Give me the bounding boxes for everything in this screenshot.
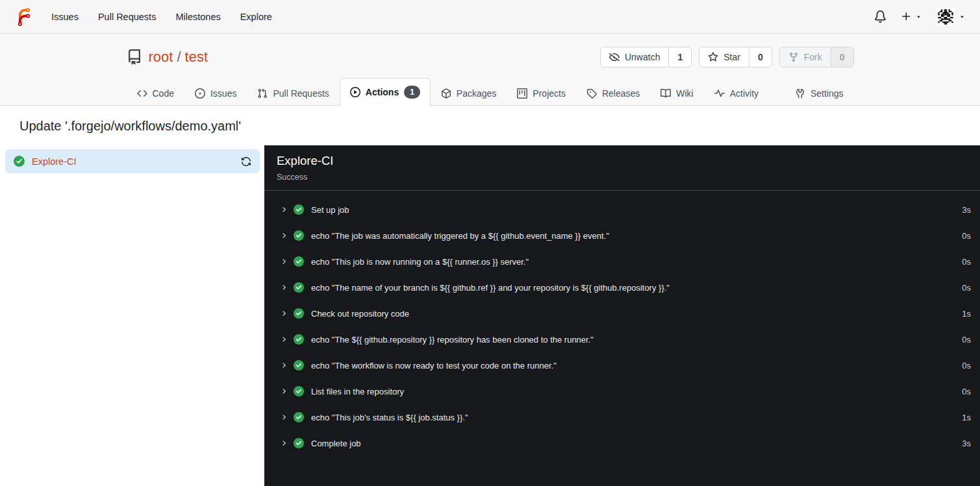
nav-link-pull-requests[interactable]: Pull Requests	[88, 0, 166, 34]
fork-icon	[788, 52, 799, 62]
step-row[interactable]: echo "The workflow is now ready to test …	[264, 352, 980, 378]
nav-link-issues[interactable]: Issues	[42, 0, 88, 34]
chevron-right-icon	[280, 258, 288, 265]
check-circle-icon	[294, 386, 304, 396]
chevron-right-icon	[280, 310, 288, 317]
code-icon	[137, 88, 147, 99]
repo-header: root / test Unwatch 1 Star 0	[0, 34, 980, 106]
step-row[interactable]: echo "The name of your branch is ${{ git…	[264, 274, 980, 300]
user-menu-dropdown[interactable]	[936, 8, 966, 26]
step-row[interactable]: echo "This job's status is ${{ job.statu…	[264, 404, 980, 430]
eye-closed-icon	[609, 52, 620, 62]
step-row[interactable]: echo "The job was automatically triggere…	[264, 223, 980, 249]
step-duration: 0s	[962, 387, 971, 396]
tab-releases[interactable]: Releases	[576, 80, 650, 106]
chevron-right-icon	[280, 232, 288, 239]
notifications-bell-icon[interactable]	[874, 10, 886, 23]
pulse-icon	[714, 88, 725, 99]
step-name: Complete job	[311, 439, 361, 448]
step-row[interactable]: Check out repository code 1s	[264, 300, 980, 326]
tab-wiki[interactable]: Wiki	[650, 80, 703, 106]
step-name: Check out repository code	[311, 309, 409, 319]
tab-settings[interactable]: Settings	[785, 80, 854, 106]
check-circle-icon	[294, 230, 304, 241]
tab-issues[interactable]: Issues	[184, 80, 247, 106]
step-name: List files in the repository	[311, 387, 404, 396]
tab-code[interactable]: Code	[127, 80, 184, 106]
step-row[interactable]: echo "The ${{ github.repository }} repos…	[264, 326, 980, 352]
step-duration: 3s	[962, 439, 971, 448]
tab-packages[interactable]: Packages	[431, 80, 507, 106]
step-duration: 0s	[962, 361, 971, 371]
chevron-right-icon	[280, 439, 288, 447]
step-duration: 1s	[962, 309, 971, 319]
book-icon	[660, 88, 671, 99]
step-duration: 0s	[962, 231, 971, 241]
step-row[interactable]: List files in the repository 0s	[264, 378, 980, 404]
nav-link-explore[interactable]: Explore	[231, 0, 282, 34]
repo-name-link[interactable]: test	[185, 49, 208, 66]
repo-owner-link[interactable]: root	[149, 49, 173, 66]
step-duration: 0s	[962, 335, 971, 345]
chevron-right-icon	[280, 335, 288, 343]
repo-action-buttons: Unwatch 1 Star 0 Fork 0	[600, 47, 854, 67]
chevron-right-icon	[280, 284, 288, 291]
steps-list: Set up job 3s echo "The job was automati…	[264, 191, 980, 456]
job-log-header: Explore-CI Success	[264, 145, 980, 191]
project-icon	[517, 88, 527, 99]
pull-request-icon	[257, 88, 268, 99]
caret-down-icon	[959, 13, 966, 20]
step-name: Set up job	[311, 205, 349, 215]
repo-separator: /	[173, 49, 184, 66]
create-new-dropdown[interactable]	[901, 11, 922, 22]
nav-link-milestones[interactable]: Milestones	[166, 0, 230, 34]
stars-count[interactable]: 0	[749, 47, 772, 67]
step-row[interactable]: Set up job 3s	[264, 197, 980, 223]
check-circle-icon	[294, 412, 304, 422]
step-row[interactable]: echo "This job is now running on a ${{ r…	[264, 249, 980, 274]
step-name: echo "The job was automatically triggere…	[311, 231, 609, 241]
actions-run-page: Update '.forgejo/workflows/demo.yaml' Ex…	[0, 106, 980, 486]
step-name: echo "The ${{ github.repository }} repos…	[311, 335, 594, 345]
job-log-panel: Explore-CI Success Set up job 3s echo "T…	[264, 145, 980, 486]
check-circle-icon	[294, 308, 304, 319]
step-name: echo "This job's status is ${{ job.statu…	[311, 413, 468, 422]
issue-icon	[195, 88, 205, 99]
tab-pull-requests[interactable]: Pull Requests	[247, 80, 339, 106]
watchers-count[interactable]: 1	[669, 47, 691, 67]
chevron-right-icon	[280, 206, 288, 213]
check-circle-icon	[294, 282, 304, 293]
check-circle-icon	[14, 156, 25, 167]
tab-projects[interactable]: Projects	[507, 80, 576, 106]
run-title: Update '.forgejo/workflows/demo.yaml'	[0, 106, 980, 145]
star-button[interactable]: Star	[699, 47, 749, 67]
tab-activity[interactable]: Activity	[704, 80, 769, 106]
star-icon	[708, 52, 718, 62]
job-name: Explore-CI	[32, 156, 77, 167]
repo-title-row: root / test Unwatch 1 Star 0	[127, 44, 854, 78]
check-circle-icon	[294, 256, 304, 267]
tab-actions[interactable]: Actions 1	[340, 78, 431, 106]
chevron-right-icon	[280, 361, 288, 369]
fork-button-group: Fork 0	[779, 47, 854, 67]
actions-count-badge: 1	[404, 86, 420, 99]
check-circle-icon	[294, 334, 304, 345]
step-row[interactable]: Complete job 3s	[264, 430, 980, 456]
jobs-sidebar: Explore-CI	[0, 145, 264, 486]
job-status-text: Success	[277, 173, 968, 182]
rerun-job-icon[interactable]	[241, 156, 251, 167]
step-duration: 3s	[962, 205, 971, 215]
check-circle-icon	[294, 438, 304, 448]
navbar-right	[874, 8, 966, 26]
repo-tabs: Code Issues Pull Requests Actions 1 Pack…	[127, 78, 854, 105]
forgejo-logo-icon[interactable]	[14, 7, 34, 27]
forks-count: 0	[831, 47, 853, 67]
caret-down-icon	[915, 13, 922, 20]
chevron-right-icon	[280, 387, 288, 395]
unwatch-button[interactable]: Unwatch	[601, 47, 669, 67]
star-button-group: Star 0	[699, 47, 772, 67]
step-duration: 0s	[962, 257, 971, 267]
job-item-explore-ci[interactable]: Explore-CI	[5, 149, 260, 173]
step-name: echo "The workflow is now ready to test …	[311, 361, 557, 371]
tag-icon	[586, 88, 597, 99]
